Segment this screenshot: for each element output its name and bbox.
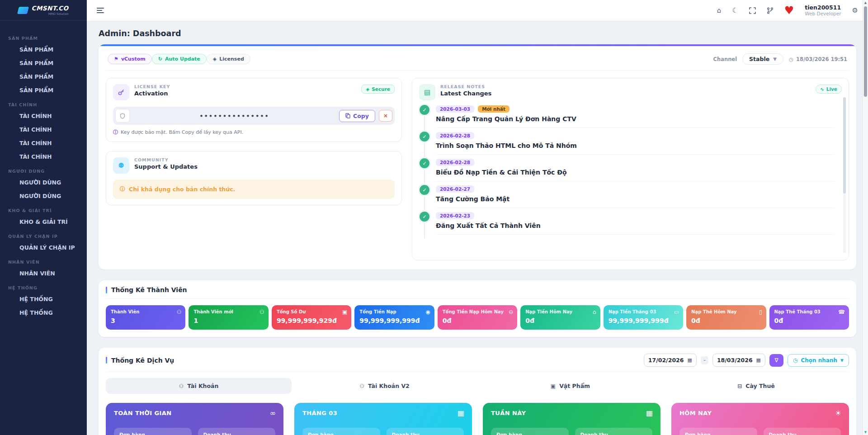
sidebar-item[interactable]: TÀI CHÍNH	[5, 123, 82, 136]
stat-card[interactable]: Tổng Tiền Nạp 99,999,999,999đ ◉	[354, 305, 434, 330]
avatar-heart-icon[interactable]: ♥	[784, 5, 794, 16]
tab-icon: ⚇	[359, 383, 364, 389]
sidebar-item[interactable]: NHÂN VIÊN	[5, 267, 82, 279]
stat-card[interactable]: Tổng Số Dư 99,999,999,929đ ▣	[272, 305, 351, 330]
stat-icon: ▣	[342, 309, 347, 315]
service-tab[interactable]: ⊟ Cày Thuê	[663, 378, 849, 394]
scroll-down-arrow-icon[interactable]: ▼	[863, 430, 868, 434]
copy-button[interactable]: Copy	[339, 110, 375, 122]
stat-card[interactable]: Tổng Tiền Nạp Hôm Nay 0đ ⊖	[438, 305, 517, 330]
user-role: Web Developer	[805, 11, 841, 17]
home-icon[interactable]: ⌂	[717, 6, 722, 14]
service-tab[interactable]: ⚇ Tài Khoản	[106, 378, 292, 394]
sidebar-item-label: SẢN PHẨM	[19, 60, 53, 66]
sidebar-item-label: SẢN PHẨM	[19, 87, 53, 94]
service-tab[interactable]: ▣ Vật Phẩm	[477, 378, 663, 394]
status-badge: ◈Licensed	[207, 54, 250, 64]
channel-label: Channel	[713, 56, 737, 62]
community-card: ⚉ COMMUNITY Support & Updates ⓘ Chỉ khả …	[106, 151, 402, 205]
datetime: ◷18/03/2026 19:51	[789, 56, 847, 62]
logo-icon	[17, 7, 29, 14]
stat-card[interactable]: Thành Viên mới 1 ⚇	[189, 305, 268, 330]
release-date-badge: 2026-02-27	[436, 185, 474, 193]
timeline-line	[424, 223, 425, 238]
sidebar-item[interactable]: SẢN PHẨM	[5, 84, 82, 96]
filter-button[interactable]: ∇	[769, 354, 783, 367]
sidebar-item[interactable]: HỆ THỐNG	[5, 307, 82, 319]
release-entry[interactable]: ✓ 2026-02-23 Đăng Xuất Tất Cả Thành Viên	[419, 212, 835, 238]
sidebar-item[interactable]: QUẢN LÝ CHẶN IP	[5, 241, 82, 254]
license-note: ⓘKey được bảo mật. Bấm Copy để lấy key q…	[113, 129, 395, 136]
date-from-input[interactable]: 17/02/2026▦	[644, 354, 697, 367]
sidebar-item[interactable]	[5, 24, 82, 30]
panel-scrollbar[interactable]	[843, 97, 846, 253]
sidebar-section: TÀI CHÍNH TÀI CHÍNH TÀI CHÍNH	[5, 102, 82, 163]
sidebar-item[interactable]: KHO & GIẢI TRÍ	[5, 216, 82, 228]
period-summary-card[interactable]: TOÀN THỜI GIAN ∞ Đơn hàng 2 Doanh thu 2đ	[106, 403, 283, 435]
sidebar-item[interactable]: SẢN PHẨM	[5, 57, 82, 69]
sidebar-section-label: SẢN PHẨM	[8, 36, 79, 41]
clock-icon: ◷	[789, 56, 793, 62]
sidebar-item[interactable]: NGƯỜI DÙNG	[5, 190, 82, 202]
sidebar-item[interactable]: TÀI CHÍNH	[5, 137, 82, 149]
sidebar-item[interactable]: TÀI CHÍNH	[5, 151, 82, 163]
stat-label: Nạp Tiền Tháng 03	[609, 309, 678, 314]
logo[interactable]: CMSNT.CO MMO Solution	[0, 0, 87, 21]
tab-icon: ▣	[551, 383, 556, 389]
stat-label: Thành Viên mới	[193, 309, 263, 314]
stat-card[interactable]: Nạp Thẻ Hôm Nay 0đ ▯	[686, 305, 766, 330]
sidebar-item[interactable]: TÀI CHÍNH	[5, 110, 82, 122]
release-entry-title: Tăng Cường Bảo Mật	[436, 195, 835, 203]
user-info[interactable]: tien200511 Web Developer	[805, 4, 841, 17]
period-summary-card[interactable]: HÔM NAY ☀ Đơn hàng 0 Doanh thu 0đ	[671, 403, 849, 435]
menu-toggle-icon[interactable]	[97, 8, 104, 13]
fullscreen-icon[interactable]	[749, 7, 756, 14]
sidebar-item-label: HỆ THỐNG	[19, 296, 53, 303]
stat-card[interactable]: Thành Viên 3 ⚇	[106, 305, 185, 330]
sidebar-item[interactable]: SẢN PHẨM	[5, 43, 82, 56]
clear-key-button[interactable]: ×	[379, 110, 392, 122]
orders-label: Đơn hàng	[496, 432, 563, 435]
stat-label: Nạp Tiền Hôm Nay	[525, 309, 595, 314]
release-entry[interactable]: ✓ 2026-03-03 Mới nhất Nâng Cấp Trang Quả…	[419, 105, 835, 132]
channel-select[interactable]: Stable▼	[742, 53, 783, 65]
shield-icon: ◈	[366, 86, 369, 92]
sidebar-section-label: KHO & GIẢI TRÍ	[8, 208, 79, 213]
quick-select-button[interactable]: ◷Chọn nhanh▼	[788, 354, 849, 367]
sidebar-item-label: HỆ THỐNG	[19, 309, 53, 316]
release-entry[interactable]: ✓ 2026-02-27 Tăng Cường Bảo Mật	[419, 185, 835, 212]
sidebar-item[interactable]: HỆ THỐNG	[5, 293, 82, 305]
community-kicker: COMMUNITY	[134, 157, 198, 162]
git-branch-icon[interactable]	[767, 7, 774, 14]
stat-card[interactable]: Nạp Tiền Tháng 03 99,999,999,999đ ▭	[604, 305, 683, 330]
revenue-label: Doanh thu	[203, 432, 270, 435]
period-summary-card[interactable]: TUẦN NÀY ▦ Đơn hàng 0 Doanh thu 0đ	[483, 403, 660, 435]
dark-mode-icon[interactable]: ☾	[732, 6, 738, 14]
section-accent	[106, 357, 107, 364]
release-entry[interactable]: ✓ 2026-02-28 Trình Soạn Thảo HTML cho Mô…	[419, 132, 835, 158]
stat-card[interactable]: Nạp Thẻ Tháng 03 0đ ☎	[769, 305, 849, 330]
page-scrollbar[interactable]: ▲ ▼	[863, 0, 868, 435]
scrollbar-thumb[interactable]	[864, 6, 867, 97]
sidebar-item[interactable]: NGƯỜI DÙNG	[5, 176, 82, 189]
release-entry[interactable]: ✓ 2026-02-28 Biểu Đồ Nạp Tiền & Cải Thiệ…	[419, 158, 835, 185]
license-key-field: ••••••••••••••• Copy ×	[113, 107, 395, 125]
check-icon: ✓	[420, 185, 429, 195]
stat-card[interactable]: Nạp Tiền Hôm Nay 0đ ⌂	[520, 305, 600, 330]
scroll-up-arrow-icon[interactable]: ▲	[863, 1, 868, 5]
close-icon: ×	[383, 113, 388, 119]
service-tab[interactable]: ⚇ Tài Khoản V2	[292, 378, 477, 394]
release-date-badge: 2026-02-28	[436, 159, 474, 166]
sidebar-section-label: TÀI CHÍNH	[8, 102, 79, 107]
date-to-input[interactable]: 18/03/2026▦	[712, 354, 765, 367]
period-summary-card[interactable]: THÁNG 03 ▦ Đơn hàng 2 Doanh thu 2đ	[294, 403, 472, 435]
settings-gear-icon[interactable]: ⚙	[852, 6, 858, 14]
clock-icon: ◷	[793, 357, 797, 364]
service-stats-title: Thống Kê Dịch Vụ	[111, 357, 174, 364]
orders-box: Đơn hàng 2	[114, 428, 192, 435]
sidebar-section: HỆ THỐNG HỆ THỐNG HỆ THỐNG	[5, 285, 82, 319]
sidebar-item-label: TÀI CHÍNH	[19, 126, 52, 133]
sidebar-section	[5, 24, 82, 30]
stat-value: 3	[111, 317, 180, 324]
sidebar-item[interactable]: SẢN PHẨM	[5, 71, 82, 83]
